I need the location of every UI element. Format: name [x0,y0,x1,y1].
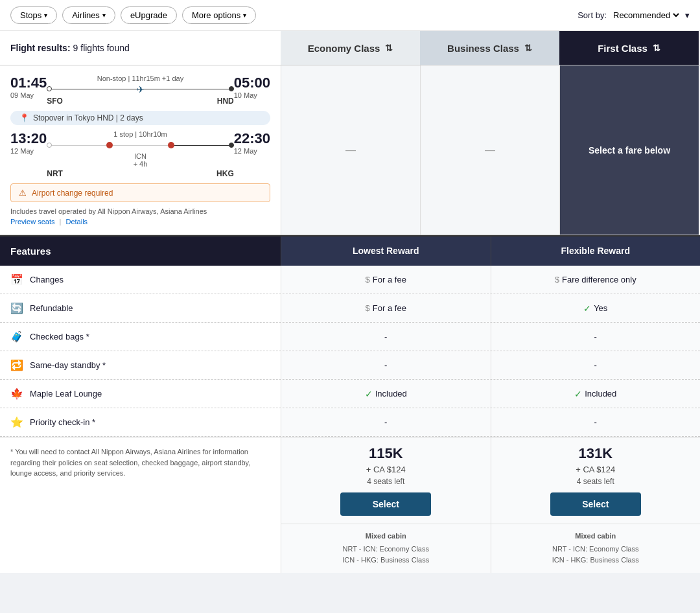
plane-icon: ✈ [137,84,145,95]
lounge-tier2-value: Included [585,389,616,399]
more-options-filter-button[interactable]: More options ▾ [182,6,256,24]
tier2-seats: 4 seats left [577,477,614,486]
preview-seats-link[interactable]: Preview seats [10,218,54,226]
changes-tier1: $ For a fee [281,266,491,294]
first-class-fare-cell: Select a fare below [559,65,699,235]
business-class-header[interactable]: Business Class ⇅ [420,31,559,65]
stopover-banner: 📍 Stopover in Tokyo HND | 2 days [10,111,270,125]
airlines-label: Airlines [72,10,100,20]
bag-icon: 🧳 [10,330,23,343]
priority-tier1: - [281,408,491,436]
bags-tier1-value: - [384,332,387,341]
mixed-cabin-area: Mixed cabin NRT - ICN: Economy Class ICN… [0,524,700,573]
feature-row-standby: 🔁 Same-day standby * - - [0,351,700,380]
tier2-header: Flexible Reward [491,237,701,266]
leg1-arrive-date: 10 May [234,91,270,99]
lounge-tier2: ✓ Included [491,380,701,408]
first-class-label: First Class [598,43,648,54]
economy-fare-cell: — [281,65,420,235]
tier2-select-button[interactable]: Select [550,492,641,516]
bags-tier1: - [281,323,491,351]
leg2-arrive: 22:30 12 May [234,130,270,155]
leg2-header: 13:20 12 May 1 stop | 10hr10m [10,130,270,178]
feature-row-bags: 🧳 Checked bags * - - [0,323,700,351]
check-icon-lounge2: ✓ [574,389,582,399]
standby-icon: 🔁 [10,359,23,371]
leg2-stop-dot2 [168,142,174,148]
eupgrade-filter-button[interactable]: eUpgrade [121,6,177,24]
bags-tier2: - [491,323,701,351]
changes-icon: 📅 [10,273,23,286]
standby-text: Same-day standby * [30,360,106,370]
leg2-from-airport: NRT [47,169,63,178]
tier1-mixed-route2: ICN - HKG: Business Class [286,555,485,566]
feature-row-priority: ⭐ Priority check-in * - - [0,408,700,437]
bags-text: Checked bags * [30,332,89,341]
select-fare-text: Select a fare below [589,145,670,156]
class-header-row: Flight results: 9 flights found Economy … [0,31,700,65]
leg2-depart: 13:20 12 May [10,130,47,155]
mixed-cabin-empty [0,524,281,573]
changes-label: 📅 Changes [0,266,281,294]
changes-tier1-value: For a fee [373,275,406,284]
leg1-middle: Non-stop | 11hr15m +1 day ✈ SFO HND [47,75,233,106]
leg2-via: ICN [134,152,146,160]
leg2-icn-row: ICN + 4h [47,152,233,168]
sort-select[interactable]: Recommended [611,10,681,21]
check-icon-refundable: ✓ [583,303,591,314]
sort-area: Sort by: Recommended ▾ [578,10,690,21]
tier1-mixed-route1: NRT - ICN: Economy Class [286,544,485,555]
stops-filter-button[interactable]: Stops ▾ [10,6,57,24]
features-header: Features [0,237,281,266]
leg2-flight-line-part1 [52,145,106,146]
details-link[interactable]: Details [65,218,88,226]
tier1-header: Lowest Reward [281,237,491,266]
tier1-select-button[interactable]: Select [340,492,431,516]
dollar-icon-2: $ [555,275,559,284]
business-dash: — [485,145,495,156]
top-bar: Stops ▾ Airlines ▾ eUpgrade More options… [0,0,700,31]
stops-label: Stops [20,10,41,20]
preview-links: Preview seats | Details [10,218,270,226]
priority-text: Priority check-in * [30,417,95,427]
changes-text: Changes [30,275,64,284]
leg2-duration: 1 stop | 10hr10m [47,130,233,138]
leg1-duration: Non-stop | 11hr15m +1 day [47,75,233,82]
feature-row-changes: 📅 Changes $ For a fee $ Fare difference … [0,266,700,294]
leg2-to-airport: HKG [216,169,234,178]
leg2-flight-line-part3 [174,145,229,146]
lounge-tier1: ✓ Included [281,380,491,408]
pipe-divider: | [60,218,62,226]
leg1-to-airport: HND [217,97,234,106]
leg1-depart-date: 09 May [10,91,47,99]
standby-tier1-value: - [384,360,387,370]
tier2-mixed-route1: NRT - ICN: Economy Class [496,544,695,555]
standby-label: 🔁 Same-day standby * [0,351,281,379]
leg2-depart-time: 13:20 [10,130,47,147]
stops-arrow-icon: ▾ [44,12,47,19]
refundable-text: Refundable [30,303,73,313]
standby-tier2-value: - [594,360,597,370]
leg2-line [47,142,233,148]
tier1-cash: + CA $124 [366,465,406,474]
dollar-icon-1: $ [366,275,370,284]
first-sort-icon: ⇅ [653,43,660,53]
dollar-icon-3: $ [366,303,370,313]
leg2-flight-line-part2 [113,145,167,146]
leg1-depart: 01:45 09 May [10,75,47,99]
refundable-icon: 🔄 [10,302,23,314]
economy-class-header[interactable]: Economy Class ⇅ [281,31,420,65]
leg2-dot-right [229,143,234,148]
sort-dropdown-icon: ▾ [685,10,690,20]
tier1-points: 115K [369,445,403,462]
more-options-label: More options [192,10,240,20]
airlines-filter-button[interactable]: Airlines ▾ [62,6,115,24]
tier2-mixed-route2: ICN - HKG: Business Class [496,555,695,566]
leg2-via-detail: + 4h [134,160,148,168]
leg2-arrive-time: 22:30 [234,130,270,147]
refundable-tier1: $ For a fee [281,294,491,322]
pin-icon: 📍 [19,113,29,122]
first-class-header[interactable]: First Class ⇅ [559,31,699,65]
business-fare-cell: — [420,65,559,235]
leg1-arrive: 05:00 10 May [234,75,270,99]
